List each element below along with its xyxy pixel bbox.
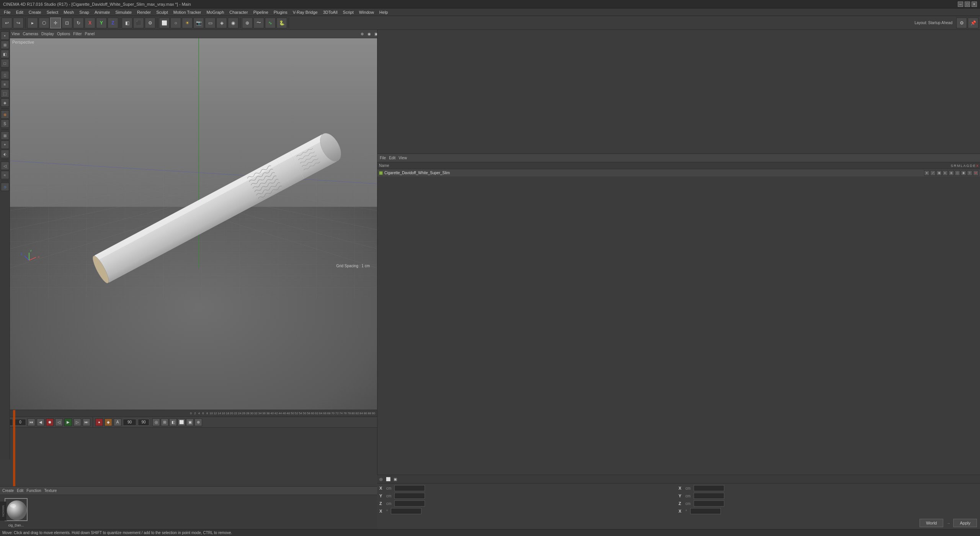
pos-x-field[interactable] — [394, 485, 425, 491]
menu-item-snap[interactable]: Snap — [77, 9, 91, 15]
menu-item-pipeline[interactable]: Pipeline — [251, 9, 271, 15]
tool-sculpt[interactable]: ⊗ — [1, 110, 9, 119]
obj-icon-eye[interactable]: ◇ — [955, 170, 960, 176]
undo-button[interactable]: ↩ — [2, 18, 12, 28]
hair-button[interactable]: ∿ — [265, 18, 276, 28]
auto-key-button[interactable]: A — [114, 418, 121, 426]
obj-menu-view[interactable]: View — [399, 156, 407, 160]
tool-python[interactable]: ⊃ — [1, 183, 9, 191]
viewport-menu-display[interactable]: Display — [41, 32, 54, 36]
play-button[interactable]: ▶ — [64, 418, 72, 426]
select-tool-button[interactable]: ▸ — [27, 18, 38, 28]
layout-pin-btn[interactable]: 📌 — [968, 18, 978, 28]
obj-icon-check1[interactable]: ✓ — [930, 170, 936, 176]
timeline-ruler[interactable]: ■ 02468101214161820222426283032343638404… — [0, 410, 377, 417]
scale-tool-button[interactable]: ⊡ — [62, 18, 72, 28]
obj-icon-arrow[interactable]: ▸ — [942, 170, 948, 176]
tool-snapping[interactable]: ⊞ — [1, 131, 9, 140]
render-settings-button[interactable]: ⚙ — [145, 18, 155, 28]
render-view-button[interactable]: ◧ — [122, 18, 132, 28]
tool-animation[interactable]: ◁ — [1, 162, 9, 170]
mat-menu-function[interactable]: Function — [26, 489, 41, 493]
menu-item-window[interactable]: Window — [357, 9, 376, 15]
menu-item-simulate[interactable]: Simulate — [113, 9, 134, 15]
close-button[interactable]: ✕ — [972, 2, 977, 7]
axis-y-button[interactable]: Y — [96, 18, 107, 28]
obj-menu-file[interactable]: File — [380, 156, 386, 160]
obj-icon-check2[interactable]: ◉ — [936, 170, 942, 176]
go-start-button[interactable]: ⏮ — [28, 418, 35, 426]
tool-selection[interactable]: ⬖ — [1, 150, 9, 158]
tool-extrude[interactable]: ⬚ — [1, 89, 9, 98]
mat-menu-texture[interactable]: Texture — [44, 489, 57, 493]
deformer-button[interactable]: ◉ — [228, 18, 238, 28]
material-thumb-svg[interactable] — [5, 498, 28, 521]
rot-x-field[interactable] — [391, 508, 421, 514]
menu-item-edit[interactable]: Edit — [14, 9, 26, 15]
play-reverse-button[interactable]: ◁ — [55, 418, 63, 426]
menu-item-create[interactable]: Create — [26, 9, 44, 15]
lasso-select-button[interactable]: ⬡ — [39, 18, 49, 28]
spline-button[interactable]: 〜 — [253, 18, 264, 28]
viewport-menu-view[interactable]: View — [11, 32, 20, 36]
frame-end-field[interactable] — [138, 419, 149, 426]
menu-item-mesh[interactable]: Mesh — [61, 9, 76, 15]
tool-polygons[interactable]: ◧ — [1, 50, 9, 58]
pos-y-field[interactable] — [394, 493, 425, 499]
current-frame-field[interactable] — [15, 419, 26, 426]
viewport-menu-panel[interactable]: Panel — [85, 32, 95, 36]
menu-item-plugins[interactable]: Plugins — [271, 9, 290, 15]
transport-icon-3[interactable]: ◧ — [169, 418, 177, 426]
render-button[interactable]: ⬛ — [133, 18, 144, 28]
viewport-menu-cameras[interactable]: Cameras — [23, 32, 39, 36]
keyframe-button[interactable]: ◆ — [105, 418, 112, 426]
fps-field[interactable] — [123, 419, 136, 426]
object-list-item[interactable]: Cigarette_Davidoff_White_Super_Slim ● ✓ … — [377, 169, 980, 177]
size-x-field[interactable] — [694, 485, 724, 491]
rotate-tool-button[interactable]: ↻ — [73, 18, 84, 28]
record-button[interactable]: ⏺ — [46, 418, 54, 426]
tool-bevel[interactable]: ◈ — [1, 98, 9, 107]
obj-icon-lock[interactable]: ◈ — [949, 170, 954, 176]
menu-item-sculpt[interactable]: Sculpt — [154, 9, 170, 15]
tool-edges[interactable]: ⊞ — [1, 41, 9, 49]
redo-button[interactable]: ↪ — [13, 18, 24, 28]
transport-icon-1[interactable]: ◎ — [152, 418, 160, 426]
material-button[interactable]: ◈ — [216, 18, 227, 28]
next-frame-button[interactable]: ▷ — [74, 418, 81, 426]
obj-icon-del[interactable]: M — [973, 170, 978, 176]
tool-objects[interactable]: □ — [1, 59, 9, 67]
obj-menu-edit[interactable]: Edit — [389, 156, 395, 160]
obj-icon-s[interactable]: ● — [924, 170, 929, 176]
transport-icon-2[interactable]: ⊞ — [161, 418, 168, 426]
menu-item-animate[interactable]: Animate — [92, 9, 112, 15]
transport-icon-4[interactable]: ⬜ — [178, 418, 185, 426]
world-button[interactable]: World — [920, 519, 944, 527]
menu-item-select[interactable]: Select — [44, 9, 61, 15]
menu-item-render[interactable]: Render — [135, 9, 153, 15]
record-keyframe-button[interactable]: ● — [95, 418, 103, 426]
cube-button[interactable]: ⬜ — [159, 18, 170, 28]
python-button[interactable]: 🐍 — [276, 18, 287, 28]
tool-knife[interactable]: ⌷ — [1, 71, 9, 79]
sphere-button[interactable]: ○ — [170, 18, 181, 28]
menu-item-help[interactable]: Help — [377, 9, 390, 15]
pos-z-field[interactable] — [394, 500, 425, 507]
menu-item-v-ray bridge[interactable]: V-Ray Bridge — [291, 9, 320, 15]
go-end-button[interactable]: ⏭ — [83, 418, 90, 426]
tool-smooth[interactable]: S — [1, 119, 9, 128]
axis-z-button[interactable]: Z — [108, 18, 118, 28]
viewport-icon-1[interactable]: ⊕ — [359, 31, 365, 37]
prev-frame-button[interactable]: ◀ — [37, 418, 44, 426]
viewport-icon-2[interactable]: ◉ — [366, 31, 372, 37]
tool-bridge[interactable]: ≡ — [1, 80, 9, 88]
mat-menu-create[interactable]: Create — [2, 489, 14, 493]
tool-points[interactable]: • — [1, 31, 9, 40]
move-tool-button[interactable]: ✛ — [50, 18, 61, 28]
boole-button[interactable]: ⊕ — [242, 18, 253, 28]
maximize-button[interactable]: □ — [965, 2, 970, 7]
camera-button[interactable]: 📷 — [193, 18, 204, 28]
floor-button[interactable]: ▭ — [205, 18, 216, 28]
viewport-menu-options[interactable]: Options — [57, 32, 70, 36]
apply-button[interactable]: Apply — [953, 519, 977, 527]
